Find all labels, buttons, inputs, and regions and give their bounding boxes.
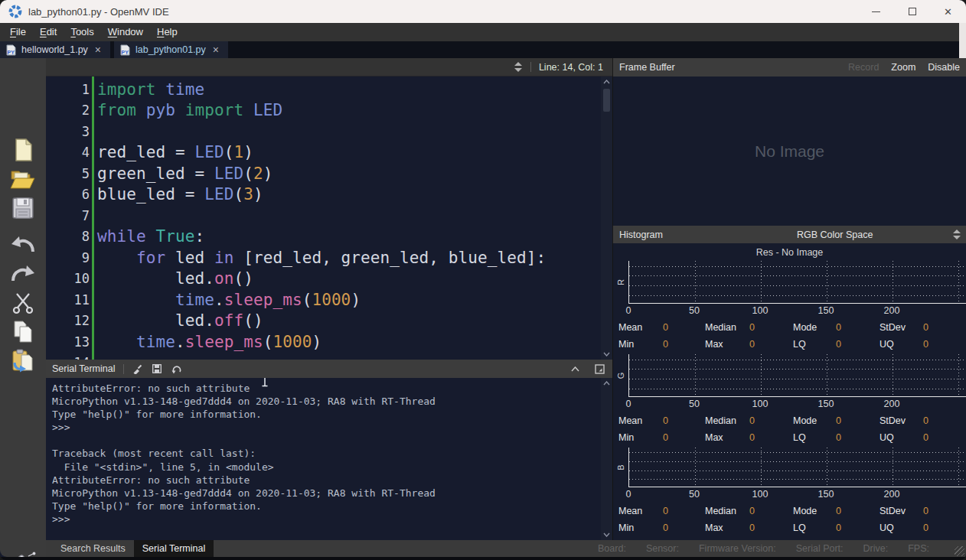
- save-icon: [11, 197, 34, 220]
- stat-label-mode: Mode: [793, 506, 836, 516]
- popout-window-icon: [595, 364, 605, 374]
- code-text: led.off(): [97, 311, 263, 330]
- chevron-up-icon: [571, 366, 579, 372]
- save-file-button[interactable]: [11, 197, 34, 220]
- stat-label-min: Min: [618, 523, 663, 533]
- tab-lab_python01.py[interactable]: PYlab_python01.py×: [114, 41, 228, 58]
- menu-help[interactable]: Help: [150, 23, 184, 41]
- undo-button[interactable]: [10, 234, 36, 254]
- new-file-button[interactable]: [11, 138, 34, 162]
- menu-tools[interactable]: Tools: [64, 23, 100, 41]
- stat-label-median: Median: [705, 322, 749, 333]
- window-bottom-edge: [0, 557, 966, 560]
- colorspace-select[interactable]: RGB Color Space: [797, 230, 873, 240]
- close-tab-icon[interactable]: ×: [211, 44, 220, 56]
- record-button: Record: [848, 62, 879, 73]
- title-bar: lab_python01.py - OpenMV IDE ✕: [0, 0, 966, 23]
- editor-scroll-handle[interactable]: [603, 89, 610, 112]
- line-number: 2: [46, 103, 90, 118]
- stat-value: 0: [836, 523, 880, 533]
- resolution-label: Res - No Image: [613, 247, 966, 259]
- code-text: green_led = LED(2): [97, 164, 273, 183]
- redo-button[interactable]: [10, 263, 36, 283]
- scroll-up-icon[interactable]: [601, 378, 612, 389]
- tab-helloworld_1.py[interactable]: PYhelloworld_1.py×: [0, 41, 110, 58]
- serial-terminal-output[interactable]: AttributeError: no such attributeMicroPy…: [46, 378, 612, 540]
- status-tab-serial-terminal[interactable]: Serial Terminal: [134, 540, 214, 557]
- close-tab-icon[interactable]: ×: [93, 44, 103, 56]
- maximize-button[interactable]: [894, 0, 930, 23]
- status-field-serialport: Serial Port:: [796, 543, 844, 554]
- scroll-down-icon[interactable]: [601, 529, 612, 540]
- status-field-board: Board:: [598, 543, 626, 554]
- stat-label-mean: Mean: [618, 415, 663, 426]
- axis-tick: 200: [884, 305, 900, 316]
- font-size-spinner[interactable]: [514, 61, 523, 73]
- status-tab-search-results[interactable]: Search Results: [52, 540, 134, 557]
- menu-file[interactable]: File: [3, 23, 33, 41]
- code-text: from pyb import LED: [97, 101, 282, 119]
- disable-button[interactable]: Disable: [928, 62, 960, 73]
- axis-tick: 150: [818, 489, 834, 500]
- stat-value: 0: [663, 322, 705, 333]
- colorspace-spinner-icon[interactable]: [952, 229, 961, 240]
- python-file-icon: PY: [120, 44, 130, 56]
- stat-value: 0: [836, 322, 880, 333]
- terminal-scrollbar[interactable]: [601, 378, 612, 540]
- terminal-line: >>>: [52, 421, 612, 434]
- axis-label-b: B: [613, 448, 628, 487]
- histogram-channel-r: R050100150200Mean0Median0Mode0StDev0Min0…: [613, 261, 966, 353]
- clear-terminal-button[interactable]: [132, 364, 142, 374]
- open-file-button[interactable]: [10, 167, 36, 190]
- line-number: 5: [46, 166, 90, 181]
- cut-button[interactable]: [11, 291, 34, 314]
- code-line: 8while True:: [46, 226, 612, 248]
- code-line: 7: [46, 205, 612, 226]
- stat-label-mode: Mode: [793, 415, 836, 426]
- stat-value: 0: [749, 506, 793, 516]
- close-button[interactable]: ✕: [930, 0, 966, 23]
- line-number: 9: [46, 250, 90, 265]
- line-number: 11: [46, 292, 90, 308]
- collapse-terminal-button[interactable]: [571, 366, 579, 372]
- separator: [530, 62, 531, 72]
- python-file-icon: PY: [6, 44, 16, 56]
- code-editor[interactable]: 1import time2from pyb import LED34red_le…: [46, 77, 612, 360]
- minimize-button[interactable]: [858, 0, 894, 23]
- copy-button[interactable]: [11, 320, 34, 344]
- reconnect-button[interactable]: [171, 364, 182, 374]
- code-line: 13 time.sleep_ms(1000): [46, 331, 612, 353]
- terminal-line: >>>: [52, 513, 612, 526]
- stat-label-min: Min: [618, 432, 663, 443]
- save-log-button[interactable]: [152, 364, 162, 373]
- scroll-down-icon[interactable]: [601, 349, 612, 360]
- paste-icon: [11, 349, 35, 373]
- repeat-arrow-icon: [171, 364, 182, 374]
- broom-icon: [132, 364, 142, 374]
- close-icon: ✕: [944, 6, 952, 18]
- code-line: 14: [46, 353, 612, 360]
- code-line: 9 for led in [red_led, green_led, blue_l…: [46, 247, 612, 269]
- stat-value: 0: [663, 523, 705, 533]
- tab-label: helloworld_1.py: [21, 44, 88, 55]
- stat-value: 0: [749, 339, 793, 350]
- zoom-button[interactable]: Zoom: [891, 62, 915, 73]
- axis-tick: 50: [689, 399, 700, 409]
- menu-window[interactable]: Window: [101, 23, 150, 41]
- axis-tick: 100: [752, 305, 769, 316]
- terminal-line: Traceback (most recent call last):: [52, 447, 612, 460]
- editor-scrollbar[interactable]: [601, 77, 612, 360]
- main-toolbar: [0, 58, 46, 557]
- stat-value: 0: [923, 432, 966, 443]
- resize-grip[interactable]: [955, 546, 964, 556]
- detach-terminal-button[interactable]: [595, 364, 605, 374]
- code-line: 6blue_led = LED(3): [46, 184, 612, 206]
- axis-tick: 200: [884, 399, 900, 409]
- stat-label-lq: LQ: [793, 339, 836, 350]
- line-number: 1: [46, 82, 90, 97]
- stat-label-stdev: StDev: [880, 322, 923, 333]
- histogram-plot-g: [628, 354, 966, 397]
- menu-edit[interactable]: Edit: [33, 23, 64, 41]
- scroll-up-icon[interactable]: [601, 77, 612, 87]
- paste-button[interactable]: [11, 349, 35, 373]
